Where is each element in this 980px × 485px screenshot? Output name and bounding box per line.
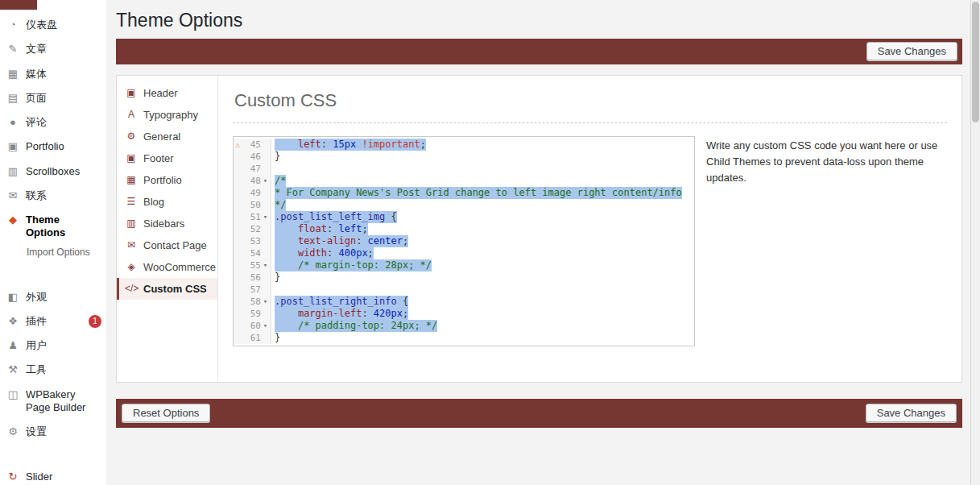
theme-options-icon: ◆ [6, 213, 19, 226]
save-changes-button-bottom[interactable]: Save Changes [866, 404, 957, 422]
subnav-item-label: WooCommerce [143, 261, 216, 273]
sidebar-item-scrollboxes[interactable]: ▥Scrollboxes [0, 160, 106, 184]
briefcase-icon: ▦ [125, 174, 138, 185]
dashboard-icon: ◔ [6, 19, 19, 31]
monitor-icon: ▣ [125, 87, 138, 98]
fold-arrow-icon[interactable]: ▾ [261, 320, 270, 332]
page-title: Theme Options [116, 10, 962, 32]
editor-line[interactable]: 52 float: left; [234, 223, 694, 235]
editor-line[interactable]: 59 margin-left: 420px; [234, 308, 694, 320]
editor-line[interactable]: 61} [234, 332, 694, 344]
subnav-item-blog[interactable]: ☰Blog [117, 191, 217, 213]
subnav-item-woocommerce[interactable]: ◈WooCommerce [117, 256, 217, 278]
editor-line[interactable]: 46} [234, 151, 694, 163]
subnav-item-label: Footer [143, 152, 174, 164]
subnav-item-typography[interactable]: ATypography [117, 104, 217, 126]
editor-line[interactable]: 50*/ [234, 199, 694, 211]
code-line-content: */ [271, 199, 694, 211]
admin-sidebar-menu: ◔仪表盘✎文章▦媒体▤页面●评论▣Portfolio▥Scrollboxes✉联… [0, 13, 106, 485]
sidebar-item-posts[interactable]: ✎文章 [0, 37, 106, 61]
editor-gutter-cell: 49 [234, 187, 271, 199]
code-line-content: .post_list_right_info { [271, 296, 694, 308]
css-code-editor[interactable]: ⚠45 left: 15px !important;46}4748▾/*49* … [233, 136, 695, 346]
line-number: 48 [250, 175, 261, 187]
sidebar-item-label: 评论 [26, 116, 101, 129]
subnav-item-footer[interactable]: ▣Footer [117, 147, 217, 169]
line-number: 57 [250, 284, 261, 296]
update-count-badge: 1 [89, 315, 101, 328]
fold-arrow-icon[interactable]: ▾ [261, 296, 270, 308]
sidebar-item-label: Portfolio [26, 140, 101, 153]
reset-options-button[interactable]: Reset Options [122, 404, 210, 422]
sidebar-item-label: 外观 [26, 291, 101, 304]
subnav-item-general[interactable]: ⚙General [117, 126, 217, 147]
editor-line[interactable]: ⚠45 left: 15px !important; [234, 139, 694, 151]
editor-gutter-cell: 52 [234, 223, 271, 235]
subnav-item-label: Portfolio [143, 174, 182, 186]
editor-line[interactable]: 51▾.post_list_left_img { [234, 211, 694, 223]
code-line-content: } [271, 151, 694, 163]
code-line-content: left: 15px !important; [271, 139, 694, 151]
columns-icon: ▥ [125, 218, 138, 229]
editor-line[interactable]: 58▾.post_list_right_info { [234, 296, 694, 308]
sidebar-item-slider-revolution[interactable]: ↻Slider Revolution [0, 465, 106, 485]
line-number: 50 [250, 199, 261, 211]
sidebar-item-users[interactable]: ♟用户 [0, 334, 106, 358]
tools-icon: ⚒ [6, 363, 19, 376]
subnav-item-custom-css[interactable]: </>Custom CSS [117, 278, 217, 300]
section-title: Custom CSS [234, 90, 947, 111]
subnav-item-sidebars[interactable]: ▥Sidebars [117, 213, 217, 234]
admin-bar-fragment [0, 0, 37, 10]
line-number: 60 [250, 320, 261, 332]
sidebar-item-media[interactable]: ▦媒体 [0, 62, 106, 86]
editor-gutter-cell: 60▾ [234, 320, 271, 332]
sidebar-item-import-options[interactable]: Import Options [0, 246, 106, 264]
editor-gutter-cell: 48▾ [234, 175, 271, 187]
editor-gutter-cell: 47 [234, 163, 271, 175]
monitor-icon: ▣ [125, 152, 138, 164]
warning-icon: ⚠ [235, 139, 240, 151]
sidebar-item-dashboard[interactable]: ◔仪表盘 [0, 13, 106, 37]
editor-line[interactable]: 53 text-align: center; [234, 235, 694, 247]
sidebar-item-tools[interactable]: ⚒工具 [0, 358, 106, 382]
fold-arrow-icon[interactable]: ▾ [261, 211, 270, 223]
sidebar-item-label: Slider Revolution [26, 470, 101, 485]
editor-gutter-cell: 51▾ [234, 211, 271, 223]
editor-line[interactable]: 56} [234, 272, 694, 284]
page-scrollbar[interactable] [970, 0, 980, 485]
editor-line[interactable]: 54 width: 400px; [234, 247, 694, 259]
editor-gutter-cell: 55▾ [234, 259, 271, 272]
code-line-content [271, 163, 694, 175]
code-line-content: /* margin-top: 28px; */ [271, 259, 694, 272]
sidebar-item-comments[interactable]: ●评论 [0, 110, 106, 135]
typography-icon: A [125, 109, 138, 120]
line-number: 61 [250, 332, 261, 344]
sidebar-item-label: Import Options [27, 247, 101, 259]
sidebar-item-settings[interactable]: ⚙设置 [0, 420, 106, 444]
sidebar-item-pages[interactable]: ▤页面 [0, 86, 106, 110]
editor-line[interactable]: 47 [234, 163, 694, 175]
save-changes-button-top[interactable]: Save Changes [866, 42, 957, 60]
subnav-item-contact-page[interactable]: ✉Contact Page [117, 234, 217, 256]
subnav-item-header[interactable]: ▣Header [117, 82, 217, 104]
sidebar-item-label: 联系 [26, 189, 101, 202]
fold-arrow-icon[interactable]: ▾ [261, 175, 270, 187]
sidebar-item-theme-options[interactable]: ◆Theme Options [0, 208, 106, 246]
sidebar-item-wpbakery[interactable]: ◫WPBakery Page Builder [0, 383, 106, 421]
sidebar-item-appearance[interactable]: ◧外观 [0, 285, 106, 309]
sidebar-item-contact[interactable]: ✉联系 [0, 184, 106, 208]
editor-line[interactable]: 60▾ /* padding-top: 24px; */ [234, 320, 694, 332]
fold-arrow-icon[interactable]: ▾ [261, 259, 270, 272]
editor-line[interactable]: 55▾ /* margin-top: 28px; */ [234, 259, 694, 272]
subnav-item-portfolio[interactable]: ▦Portfolio [117, 169, 217, 191]
editor-line[interactable]: 57 [234, 284, 694, 296]
sidebar-item-portfolio[interactable]: ▣Portfolio [0, 135, 106, 159]
code-line-content: width: 400px; [271, 247, 694, 259]
scrollbar-thumb[interactable] [972, 2, 979, 122]
editor-line[interactable]: 49* For Company News's Post Grid change … [234, 187, 694, 199]
sidebar-item-plugins[interactable]: ❖插件1 [0, 309, 106, 334]
plugins-icon: ❖ [6, 315, 19, 328]
editor-line[interactable]: 48▾/* [234, 175, 694, 187]
scrollboxes-icon: ▥ [6, 165, 19, 178]
subnav-item-label: Sidebars [143, 218, 184, 230]
